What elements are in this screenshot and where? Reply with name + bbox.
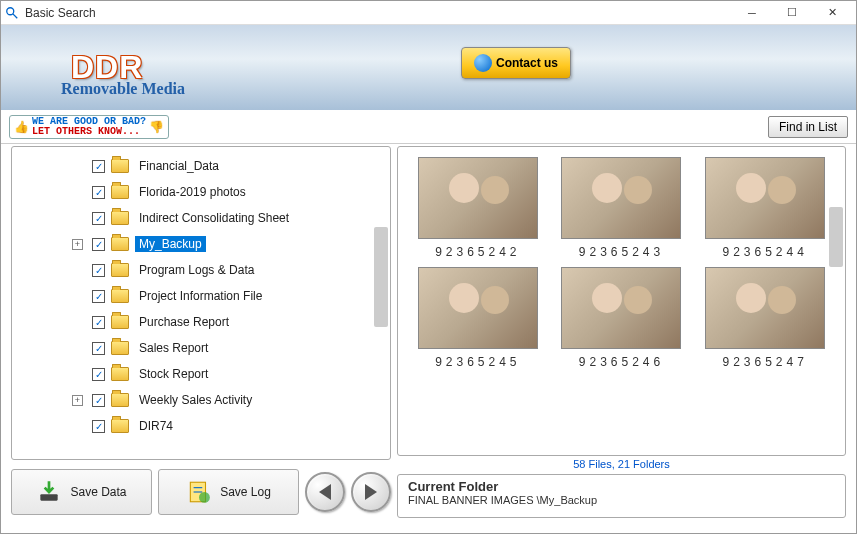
tree-label: Stock Report [135, 366, 212, 382]
thumbs-down-icon: 👎 [149, 120, 164, 134]
thumbnail-92365244[interactable]: 92365244 [701, 157, 829, 259]
thumbnail-92365245[interactable]: 92365245 [414, 267, 542, 369]
checkbox[interactable] [92, 394, 105, 407]
thumb-image [561, 157, 681, 239]
main-area: Financial_DataFlorida-2019 photosIndirec… [1, 144, 856, 526]
feedback-badge[interactable]: 👍 WE ARE GOOD OR BAD? LET OTHERS KNOW...… [9, 115, 169, 139]
save-log-label: Save Log [220, 485, 271, 499]
folder-icon [111, 185, 129, 199]
thumbnail-panel: 9236524292365243923652449236524592365246… [397, 146, 846, 456]
current-folder-panel: Current Folder FINAL BANNER IMAGES \My_B… [397, 474, 846, 518]
save-data-icon [36, 479, 62, 505]
thumbnail-92365242[interactable]: 92365242 [414, 157, 542, 259]
expand-icon[interactable]: + [72, 395, 83, 406]
prev-button[interactable] [305, 472, 345, 512]
next-button[interactable] [351, 472, 391, 512]
folder-icon [111, 419, 129, 433]
tree-item-sales-report[interactable]: Sales Report [14, 335, 388, 361]
save-log-icon [186, 479, 212, 505]
tree-label: Program Logs & Data [135, 262, 258, 278]
arrow-left-icon [319, 484, 331, 500]
current-folder-path: FINAL BANNER IMAGES \My_Backup [408, 494, 835, 506]
tree-item-indirect-consolidating-sheet[interactable]: Indirect Consolidating Sheet [14, 205, 388, 231]
thumb-image [418, 267, 538, 349]
checkbox[interactable] [92, 342, 105, 355]
feedback-line1: WE ARE GOOD OR BAD? [32, 117, 146, 127]
tree-label: Purchase Report [135, 314, 233, 330]
folder-tree: Financial_DataFlorida-2019 photosIndirec… [11, 146, 391, 460]
tree-item-my-backup[interactable]: +My_Backup [14, 231, 388, 257]
thumb-label: 92365243 [579, 245, 664, 259]
thumb-image [418, 157, 538, 239]
maximize-button[interactable]: ☐ [772, 2, 812, 24]
save-log-button[interactable]: Save Log [158, 469, 299, 515]
tree-label: My_Backup [135, 236, 206, 252]
tree-item-purchase-report[interactable]: Purchase Report [14, 309, 388, 335]
window-title: Basic Search [25, 6, 732, 20]
folder-icon [111, 315, 129, 329]
svg-point-6 [199, 492, 210, 503]
tree-item-weekly-sales-activity[interactable]: +Weekly Sales Activity [14, 387, 388, 413]
folder-icon [111, 289, 129, 303]
status-summary: 58 Files, 21 Folders [397, 456, 846, 474]
checkbox[interactable] [92, 290, 105, 303]
action-buttons: Save Data Save Log [11, 460, 391, 518]
feedback-line2: LET OTHERS KNOW... [32, 127, 146, 137]
left-pane: Financial_DataFlorida-2019 photosIndirec… [11, 146, 391, 518]
tree-item-dir74[interactable]: DIR74 [14, 413, 388, 439]
folder-icon [111, 159, 129, 173]
checkbox[interactable] [92, 316, 105, 329]
svg-line-1 [13, 13, 17, 17]
thumb-label: 92365247 [722, 355, 807, 369]
avatar-icon [474, 54, 492, 72]
tree-item-stock-report[interactable]: Stock Report [14, 361, 388, 387]
thumbnail-92365246[interactable]: 92365246 [558, 267, 686, 369]
checkbox[interactable] [92, 186, 105, 199]
title-bar: Basic Search ─ ☐ ✕ [1, 1, 856, 25]
tree-label: Sales Report [135, 340, 212, 356]
tree-item-florida-2019-photos[interactable]: Florida-2019 photos [14, 179, 388, 205]
thumb-label: 92365244 [722, 245, 807, 259]
find-in-list-button[interactable]: Find in List [768, 116, 848, 138]
close-button[interactable]: ✕ [812, 2, 852, 24]
brand-subtitle: Removable Media [61, 80, 185, 98]
arrow-right-icon [365, 484, 377, 500]
svg-rect-2 [41, 494, 58, 501]
tree-item-project-information-file[interactable]: Project Information File [14, 283, 388, 309]
tree-scrollbar[interactable] [374, 227, 388, 327]
tree-label: Financial_Data [135, 158, 223, 174]
checkbox[interactable] [92, 368, 105, 381]
checkbox[interactable] [92, 420, 105, 433]
save-data-label: Save Data [70, 485, 126, 499]
thumb-image [705, 157, 825, 239]
thumb-label: 92365242 [435, 245, 520, 259]
folder-icon [111, 341, 129, 355]
thumb-scrollbar[interactable] [829, 207, 843, 267]
checkbox[interactable] [92, 238, 105, 251]
tree-item-financial-data[interactable]: Financial_Data [14, 153, 388, 179]
expand-icon[interactable]: + [72, 239, 83, 250]
folder-icon [111, 211, 129, 225]
thumb-image [705, 267, 825, 349]
thumbnail-92365247[interactable]: 92365247 [701, 267, 829, 369]
checkbox[interactable] [92, 212, 105, 225]
right-pane: 9236524292365243923652449236524592365246… [397, 146, 846, 518]
save-data-button[interactable]: Save Data [11, 469, 152, 515]
checkbox[interactable] [92, 264, 105, 277]
tree-label: Florida-2019 photos [135, 184, 250, 200]
folder-icon [111, 263, 129, 277]
checkbox[interactable] [92, 160, 105, 173]
contact-us-button[interactable]: Contact us [461, 47, 571, 79]
thumb-image [561, 267, 681, 349]
banner: DDR Removable Media Contact us [1, 25, 856, 110]
thumbs-up-icon: 👍 [14, 120, 29, 134]
contact-label: Contact us [496, 56, 558, 70]
tree-item-program-logs-data[interactable]: Program Logs & Data [14, 257, 388, 283]
folder-icon [111, 367, 129, 381]
thumb-label: 92365246 [579, 355, 664, 369]
minimize-button[interactable]: ─ [732, 2, 772, 24]
thumbnail-92365243[interactable]: 92365243 [558, 157, 686, 259]
tree-label: DIR74 [135, 418, 177, 434]
thumb-label: 92365245 [435, 355, 520, 369]
tree-label: Indirect Consolidating Sheet [135, 210, 293, 226]
